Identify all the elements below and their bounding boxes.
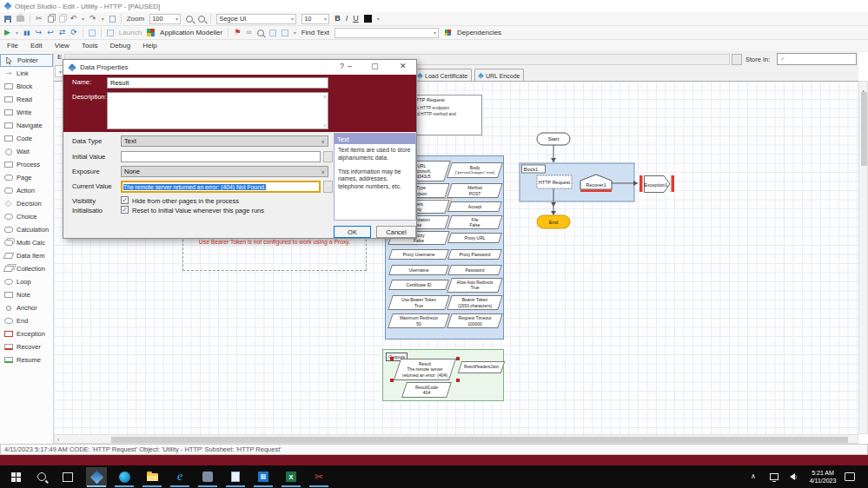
scrollbar-thumb[interactable] — [861, 92, 867, 166]
zoom-in-icon[interactable] — [186, 16, 193, 23]
toolbox-item-note[interactable]: Note — [0, 288, 53, 301]
undo-icon[interactable]: ↶ — [70, 15, 77, 23]
underline-button[interactable]: U — [353, 15, 359, 23]
expression-bar-button[interactable] — [732, 54, 742, 65]
copy-icon[interactable] — [48, 16, 54, 23]
link-icon[interactable]: ∞ — [246, 29, 251, 36]
dependencies-icon[interactable] — [445, 30, 451, 36]
step-over-icon[interactable]: ↪ — [36, 29, 43, 36]
data-item-node[interactable]: Request Timeout100000 — [447, 313, 503, 328]
taskbar-edge-button[interactable] — [114, 469, 135, 485]
data-type-select[interactable]: Text∨ — [121, 135, 328, 147]
launch-button[interactable]: Launch — [119, 29, 142, 36]
selection-handle[interactable] — [456, 357, 460, 360]
result-data-item[interactable]: ResultThe remote serverreturned an error… — [394, 359, 456, 380]
data-item-node[interactable]: Certificate ID — [388, 280, 449, 290]
visibility-checkbox[interactable]: ✓ — [121, 196, 129, 204]
toolbox-item-recover[interactable]: Recover — [0, 340, 53, 353]
data-item-node[interactable]: Body["persistChanges":true] — [447, 162, 503, 178]
font-color-swatch[interactable] — [364, 15, 372, 23]
chevron-down-icon[interactable]: ▾ — [377, 16, 380, 22]
close-button[interactable]: ✕ — [400, 63, 407, 70]
toolbox-item-data-item[interactable]: Data Item — [0, 249, 53, 262]
launch-icon[interactable] — [107, 30, 114, 36]
data-item-node[interactable]: Password — [447, 265, 502, 275]
initial-value-input[interactable] — [121, 151, 321, 162]
volume-button[interactable]: ) — [785, 469, 801, 485]
tray-expand-button[interactable]: ∧ — [745, 469, 761, 485]
result-code-data-item[interactable]: ResultCode404 — [401, 382, 452, 398]
toolbox-item-code[interactable]: Code — [0, 132, 53, 145]
pause-icon[interactable]: ▮▮ — [23, 30, 30, 36]
vertical-scrollbar[interactable]: ∧ — [858, 81, 868, 434]
zoom-select[interactable]: 100▾ — [149, 14, 181, 24]
application-modeller-icon[interactable] — [147, 29, 155, 36]
initial-value-browse-button[interactable]: … — [323, 151, 333, 162]
description-textarea[interactable]: ∧ ∨ — [107, 92, 328, 129]
toolbox-item-action[interactable]: Action — [0, 184, 53, 197]
dependencies-button[interactable]: Dependencies — [457, 29, 501, 36]
print-icon[interactable] — [17, 16, 24, 22]
data-item-node[interactable]: Use Bearer TokenTrue — [388, 295, 450, 310]
result-headers-data-item[interactable]: ResultHeadersJson — [458, 361, 506, 373]
toolbox-item-page[interactable]: Page — [0, 171, 53, 184]
selection-handle[interactable] — [390, 357, 394, 360]
find-text-input[interactable]: ▾ — [335, 28, 439, 38]
bold-button[interactable]: B — [335, 15, 341, 23]
taskbar-app-button[interactable] — [197, 469, 218, 485]
menu-file[interactable]: File — [7, 42, 18, 49]
toolbox-item-end[interactable]: End — [0, 314, 53, 327]
network-button[interactable] — [766, 469, 782, 485]
view-icon[interactable] — [269, 30, 276, 36]
toolbox-item-anchor[interactable]: Anchor — [0, 301, 53, 314]
current-value-browse-button[interactable]: … — [323, 181, 333, 193]
data-item-node[interactable]: Bearer Token(1553 characters) — [447, 295, 503, 310]
data-item-node[interactable]: Accept — [447, 201, 502, 212]
warning-note[interactable]: Use Bearer Token is not configured to wo… — [182, 235, 367, 271]
menu-tools[interactable]: Tools — [82, 42, 98, 49]
font-size-select[interactable]: 10▾ — [301, 14, 329, 24]
toolbox-item-block[interactable]: Block — [0, 80, 53, 93]
help-button[interactable]: ? — [340, 63, 344, 70]
toolbox-item-exception[interactable]: Exception — [0, 327, 53, 340]
view-options-icon[interactable] — [282, 30, 288, 36]
redo-dropdown-icon[interactable]: ▾ — [102, 16, 104, 22]
initialisation-checkbox[interactable]: ✓ — [121, 206, 129, 214]
start-button[interactable] — [5, 469, 26, 485]
data-item-node[interactable]: Proxy Password — [447, 249, 502, 260]
toolbox-item-read[interactable]: Read — [0, 93, 53, 106]
scroll-down-icon[interactable]: ∨ — [323, 122, 327, 128]
taskbar-excel-button[interactable]: X — [281, 469, 301, 485]
export-icon[interactable] — [109, 16, 116, 23]
flag-icon[interactable]: ⚑ — [234, 29, 241, 36]
scrollbar-thumb[interactable] — [111, 437, 848, 443]
play-icon[interactable]: ▶ — [4, 29, 10, 36]
toolbox-item-navigate[interactable]: Navigate — [0, 119, 53, 132]
menu-debug[interactable]: Debug — [110, 42, 131, 49]
paste-icon[interactable] — [59, 16, 65, 23]
save-icon[interactable] — [4, 16, 11, 23]
taskbar-blueprism-button[interactable] — [86, 467, 107, 486]
data-item-node[interactable]: MethodPOST — [447, 183, 503, 198]
data-item-node[interactable]: Proxy URL — [447, 233, 502, 243]
outputs-block[interactable]: Outputs ResultThe remote serverreturned … — [382, 349, 504, 401]
minimize-button[interactable]: – — [348, 63, 352, 70]
action-center-button[interactable] — [841, 469, 858, 485]
undo-dropdown-icon[interactable]: ▾ — [82, 16, 84, 22]
taskbar-photos-button[interactable] — [253, 469, 274, 485]
menu-view[interactable]: View — [55, 42, 70, 49]
selection-handle[interactable] — [390, 379, 394, 382]
toolbox-item-loop[interactable]: Loop — [0, 275, 53, 288]
task-view-button[interactable] — [57, 469, 78, 485]
data-item-node[interactable]: Maximum Redirects50 — [388, 313, 450, 328]
data-item-node[interactable]: Username — [388, 265, 449, 275]
taskbar-clock[interactable]: 5:21 AM 4/11/2023 — [804, 469, 842, 485]
exposure-select[interactable]: None∨ — [121, 166, 328, 177]
toolbox-item-link[interactable]: ⊸Link — [0, 67, 53, 80]
step-out-icon[interactable]: ⇄ — [59, 29, 66, 36]
current-value-input[interactable]: The remote server returned an error: (40… — [121, 181, 321, 193]
tab-url-encode[interactable]: URL Encode — [474, 69, 524, 82]
store-in-input[interactable]: ✓ — [777, 53, 857, 65]
name-input[interactable]: Result — [107, 77, 328, 89]
chevron-down-icon[interactable]: ▾ — [294, 30, 296, 36]
